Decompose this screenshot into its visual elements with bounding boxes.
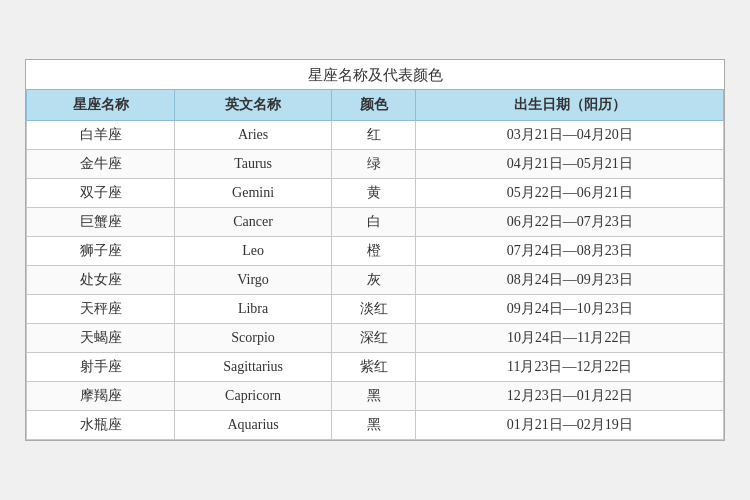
cell-color: 深红 [332,324,416,353]
cell-color: 黑 [332,411,416,440]
table-row: 白羊座Aries红03月21日—04月20日 [27,121,724,150]
cell-date: 03月21日—04月20日 [416,121,724,150]
cell-date: 01月21日—02月19日 [416,411,724,440]
cell-zh: 摩羯座 [27,382,175,411]
cell-en: Aquarius [175,411,332,440]
table-row: 巨蟹座Cancer白06月22日—07月23日 [27,208,724,237]
table-row: 处女座Virgo灰08月24日—09月23日 [27,266,724,295]
cell-zh: 处女座 [27,266,175,295]
cell-zh: 天蝎座 [27,324,175,353]
cell-zh: 天秤座 [27,295,175,324]
cell-zh: 金牛座 [27,150,175,179]
cell-en: Capricorn [175,382,332,411]
cell-date: 04月21日—05月21日 [416,150,724,179]
cell-date: 08月24日—09月23日 [416,266,724,295]
cell-en: Sagittarius [175,353,332,382]
cell-en: Scorpio [175,324,332,353]
table-row: 双子座Gemini黄05月22日—06月21日 [27,179,724,208]
cell-color: 黑 [332,382,416,411]
cell-date: 07月24日—08月23日 [416,237,724,266]
table-row: 摩羯座Capricorn黑12月23日—01月22日 [27,382,724,411]
cell-date: 05月22日—06月21日 [416,179,724,208]
cell-date: 09月24日—10月23日 [416,295,724,324]
cell-zh: 双子座 [27,179,175,208]
zodiac-table: 星座名称 英文名称 颜色 出生日期（阳历） 白羊座Aries红03月21日—04… [26,89,724,440]
cell-color: 橙 [332,237,416,266]
cell-en: Gemini [175,179,332,208]
cell-date: 10月24日—11月22日 [416,324,724,353]
table-header-row: 星座名称 英文名称 颜色 出生日期（阳历） [27,90,724,121]
cell-en: Aries [175,121,332,150]
table-row: 天蝎座Scorpio深红10月24日—11月22日 [27,324,724,353]
table-row: 射手座Sagittarius紫红11月23日—12月22日 [27,353,724,382]
cell-color: 淡红 [332,295,416,324]
cell-zh: 水瓶座 [27,411,175,440]
header-date: 出生日期（阳历） [416,90,724,121]
header-color: 颜色 [332,90,416,121]
cell-zh: 白羊座 [27,121,175,150]
table-row: 金牛座Taurus绿04月21日—05月21日 [27,150,724,179]
cell-en: Cancer [175,208,332,237]
cell-en: Taurus [175,150,332,179]
cell-color: 白 [332,208,416,237]
cell-date: 12月23日—01月22日 [416,382,724,411]
cell-color: 红 [332,121,416,150]
header-en: 英文名称 [175,90,332,121]
table-row: 水瓶座Aquarius黑01月21日—02月19日 [27,411,724,440]
table-row: 天秤座Libra淡红09月24日—10月23日 [27,295,724,324]
header-zh: 星座名称 [27,90,175,121]
cell-en: Leo [175,237,332,266]
cell-color: 灰 [332,266,416,295]
cell-date: 06月22日—07月23日 [416,208,724,237]
cell-color: 绿 [332,150,416,179]
cell-zh: 射手座 [27,353,175,382]
cell-en: Libra [175,295,332,324]
table-row: 狮子座Leo橙07月24日—08月23日 [27,237,724,266]
page-title: 星座名称及代表颜色 [26,60,724,89]
cell-zh: 巨蟹座 [27,208,175,237]
cell-color: 黄 [332,179,416,208]
cell-date: 11月23日—12月22日 [416,353,724,382]
cell-en: Virgo [175,266,332,295]
main-container: 星座名称及代表颜色 星座名称 英文名称 颜色 出生日期（阳历） 白羊座Aries… [25,59,725,441]
cell-zh: 狮子座 [27,237,175,266]
cell-color: 紫红 [332,353,416,382]
